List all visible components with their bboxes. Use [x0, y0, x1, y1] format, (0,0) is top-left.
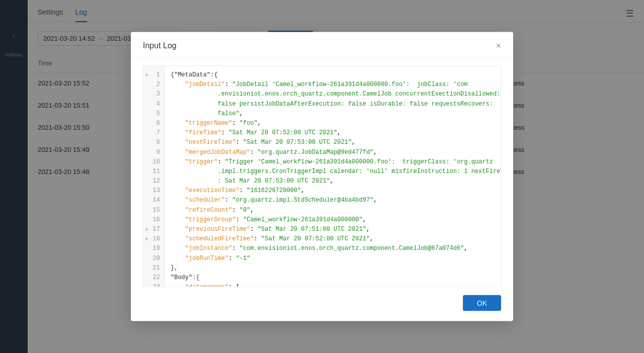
line-number: 14 — [143, 196, 164, 205]
code-line: "executionTime": "1616226720000", — [171, 186, 495, 196]
line-number: 4 — [143, 99, 164, 109]
code-lines: 1234567891011121314151617181920212223 {"… — [143, 66, 501, 287]
code-line: "refireCount": "0", — [171, 205, 495, 215]
line-number: 2 — [143, 80, 164, 90]
line-number: 3 — [143, 90, 164, 99]
modal-close-button[interactable]: × — [496, 41, 501, 50]
line-number: 10 — [143, 157, 164, 166]
ok-button[interactable]: OK — [463, 295, 501, 311]
line-number: 11 — [143, 166, 164, 176]
code-line: "previousFireTime": "Sat Mar 20 07:51:00… — [171, 225, 495, 234]
code-line: "scheduledFireTime": "Sat Mar 20 07:52:0… — [171, 234, 495, 244]
code-line: "triggerName": "foo", — [171, 118, 495, 128]
input-log-modal: Input Log × 1234567891011121314151617181… — [131, 32, 513, 321]
code-line: "nextFireTime": "Sat Mar 20 07:53:00 UTC… — [171, 138, 495, 147]
code-line: "jobDetail": "JobDetail 'Camel_workflow-… — [171, 80, 495, 119]
line-number: 16 — [143, 215, 164, 224]
line-number: 7 — [143, 128, 164, 138]
code-line: "scheduler": "org.quartz.impl.StdSchedul… — [171, 196, 495, 205]
line-number: 8 — [143, 138, 164, 147]
line-number: 18 — [143, 234, 164, 244]
line-number: 15 — [143, 205, 164, 215]
code-line: }, — [171, 263, 495, 273]
code-line: "Body":{ — [171, 273, 495, 282]
code-block: 1234567891011121314151617181920212223 {"… — [143, 66, 501, 287]
line-number: 21 — [143, 263, 164, 273]
modal-body: 1234567891011121314151617181920212223 {"… — [131, 58, 513, 287]
code-content: {"MetaData":{ "jobDetail": "JobDetail 'C… — [165, 66, 501, 287]
code-line: "triggerGroup": "Camel_workflow-261a391d… — [171, 215, 495, 224]
code-line: "jobRunTime": "-1" — [171, 253, 495, 263]
line-numbers: 1234567891011121314151617181920212223 — [143, 66, 165, 287]
line-number: 20 — [143, 253, 164, 263]
line-number: 9 — [143, 147, 164, 157]
code-line: "fireTime": "Sat Mar 20 07:52:00 UTC 202… — [171, 128, 495, 138]
line-number: 5 — [143, 109, 164, 118]
code-line: "trigger": "Trigger 'Camel_workflow-261a… — [171, 157, 495, 186]
code-line: "jobInstance": "com.envisioniot.enos.orc… — [171, 244, 495, 253]
line-number: 19 — [143, 244, 164, 253]
code-line: "mergedJobDataMap": "org.quartz.JobDataM… — [171, 147, 495, 157]
line-number: 1 — [143, 70, 164, 80]
code-line: "datamapper": [ — [171, 283, 495, 287]
modal-footer: OK — [131, 287, 513, 321]
line-number: 23 — [143, 283, 164, 287]
code-line: {"MetaData":{ — [171, 70, 495, 80]
line-number: 22 — [143, 273, 164, 282]
line-number: 13 — [143, 186, 164, 196]
modal-header: Input Log × — [131, 32, 513, 58]
line-number: 17 — [143, 225, 164, 234]
line-number: 6 — [143, 118, 164, 128]
modal-title: Input Log — [143, 41, 177, 50]
line-number: 12 — [143, 176, 164, 186]
